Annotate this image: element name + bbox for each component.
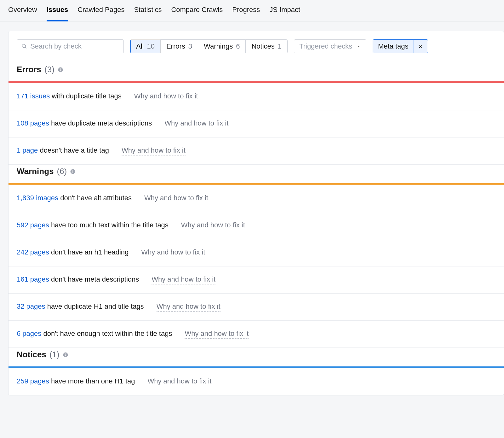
why-fix-link[interactable]: Why and how to fix it	[134, 92, 198, 101]
issue-text: 592 pages have too much text within the …	[17, 221, 169, 229]
issue-suffix: with duplicate title tags	[50, 92, 121, 100]
issue-row: 6 pages don't have enough text within th…	[9, 321, 504, 348]
section-title: Warnings	[17, 166, 54, 176]
why-fix-link[interactable]: Why and how to fix it	[122, 146, 186, 155]
top-tabs: OverviewIssuesCrawled PagesStatisticsCom…	[0, 0, 504, 21]
filter-label: Notices	[251, 42, 274, 50]
triggered-checks-dropdown[interactable]: Triggered checks	[294, 39, 366, 53]
dropdown-label: Triggered checks	[299, 42, 352, 50]
filter-count: 3	[188, 42, 192, 50]
issue-text: 171 issues with duplicate title tags	[17, 92, 122, 100]
issue-text: 6 pages don't have enough text within th…	[17, 330, 172, 338]
issue-text: 161 pages don't have meta descriptions	[17, 275, 139, 283]
filter-all[interactable]: All10	[130, 40, 161, 53]
issue-row: 171 issues with duplicate title tagsWhy …	[9, 83, 504, 110]
section-title: Notices	[17, 350, 46, 359]
info-icon[interactable]	[58, 67, 63, 73]
issues-card: All10Errors3Warnings6Notices1 Triggered …	[8, 31, 504, 395]
close-icon	[418, 44, 423, 49]
issue-link[interactable]: 1 page	[17, 146, 38, 154]
section-count: (3)	[44, 65, 54, 74]
issue-suffix: have duplicate meta descriptions	[49, 119, 152, 127]
issue-link[interactable]: 161 pages	[17, 275, 49, 283]
chip-label: Meta tags	[373, 40, 414, 53]
filter-count: 1	[278, 42, 282, 50]
toolbar: All10Errors3Warnings6Notices1 Triggered …	[9, 31, 504, 63]
issue-suffix: have duplicate H1 and title tags	[45, 302, 144, 310]
filter-notices[interactable]: Notices1	[246, 40, 287, 53]
tab-js-impact[interactable]: JS Impact	[269, 6, 300, 21]
issue-row: 1,839 images don't have alt attributesWh…	[9, 185, 504, 212]
tab-compare-crawls[interactable]: Compare Crawls	[171, 6, 223, 21]
why-fix-link[interactable]: Why and how to fix it	[144, 194, 208, 203]
filter-warnings[interactable]: Warnings6	[198, 40, 246, 53]
section-head-errors: Errors(3)	[9, 63, 504, 81]
filter-errors[interactable]: Errors3	[161, 40, 198, 53]
filter-label: Warnings	[204, 42, 233, 50]
issue-text: 32 pages have duplicate H1 and title tag…	[17, 302, 144, 311]
why-fix-link[interactable]: Why and how to fix it	[157, 302, 220, 312]
search-wrap[interactable]	[17, 39, 124, 53]
why-fix-link[interactable]: Why and how to fix it	[181, 221, 245, 230]
why-fix-link[interactable]: Why and how to fix it	[141, 248, 205, 257]
chip-meta-tags: Meta tags	[373, 39, 428, 53]
filter-count: 10	[147, 42, 154, 50]
filter-label: All	[136, 42, 144, 50]
issue-text: 108 pages have duplicate meta descriptio…	[17, 119, 152, 127]
search-input[interactable]	[30, 42, 119, 50]
issue-suffix: don't have alt attributes	[58, 194, 132, 202]
issue-text: 1 page doesn't have a title tag	[17, 146, 109, 155]
issue-row: 161 pages don't have meta descriptionsWh…	[9, 266, 504, 294]
info-icon[interactable]	[63, 352, 68, 358]
issue-link[interactable]: 242 pages	[17, 248, 49, 256]
issue-row: 592 pages have too much text within the …	[9, 212, 504, 239]
chip-remove[interactable]	[414, 40, 428, 53]
issue-link[interactable]: 171 issues	[17, 92, 50, 100]
why-fix-link[interactable]: Why and how to fix it	[185, 330, 249, 339]
issue-row: 1 page doesn't have a title tagWhy and h…	[9, 137, 504, 165]
search-icon	[21, 43, 27, 50]
issue-text: 242 pages don't have an h1 heading	[17, 248, 129, 256]
issue-row: 259 pages have more than one H1 tagWhy a…	[9, 368, 504, 395]
section-count: (1)	[49, 350, 60, 359]
section-title: Errors	[17, 65, 41, 74]
issue-suffix: don't have enough text within the title …	[41, 330, 172, 337]
why-fix-link[interactable]: Why and how to fix it	[152, 275, 215, 284]
issue-link[interactable]: 592 pages	[17, 221, 49, 229]
filter-group: All10Errors3Warnings6Notices1	[130, 39, 288, 53]
issue-text: 1,839 images don't have alt attributes	[17, 194, 132, 202]
issue-suffix: have too much text within the title tags	[49, 221, 169, 229]
tab-issues[interactable]: Issues	[47, 6, 68, 21]
filter-count: 6	[236, 42, 240, 50]
issue-row: 32 pages have duplicate H1 and title tag…	[9, 294, 504, 321]
tab-crawled-pages[interactable]: Crawled Pages	[77, 6, 124, 21]
chevron-down-icon	[357, 44, 361, 49]
issue-text: 259 pages have more than one H1 tag	[17, 377, 135, 385]
section-count: (6)	[57, 166, 67, 176]
issue-link[interactable]: 32 pages	[17, 302, 45, 310]
why-fix-link[interactable]: Why and how to fix it	[148, 377, 212, 386]
issue-suffix: don't have meta descriptions	[49, 275, 139, 283]
tab-statistics[interactable]: Statistics	[134, 6, 162, 21]
issue-link[interactable]: 1,839 images	[17, 194, 58, 202]
issue-link[interactable]: 259 pages	[17, 377, 49, 385]
issue-suffix: have more than one H1 tag	[49, 377, 135, 385]
issue-link[interactable]: 108 pages	[17, 119, 49, 127]
issue-suffix: don't have an h1 heading	[49, 248, 129, 256]
section-head-warnings: Warnings(6)	[9, 165, 504, 183]
issue-row: 108 pages have duplicate meta descriptio…	[9, 110, 504, 137]
tab-progress[interactable]: Progress	[232, 6, 260, 21]
section-head-notices: Notices(1)	[9, 348, 504, 366]
issue-link[interactable]: 6 pages	[17, 330, 41, 337]
why-fix-link[interactable]: Why and how to fix it	[164, 119, 228, 128]
tab-overview[interactable]: Overview	[8, 6, 37, 21]
issue-row: 242 pages don't have an h1 headingWhy an…	[9, 239, 504, 266]
issue-suffix: doesn't have a title tag	[38, 146, 109, 154]
filter-label: Errors	[166, 42, 185, 50]
info-icon[interactable]	[70, 169, 76, 174]
